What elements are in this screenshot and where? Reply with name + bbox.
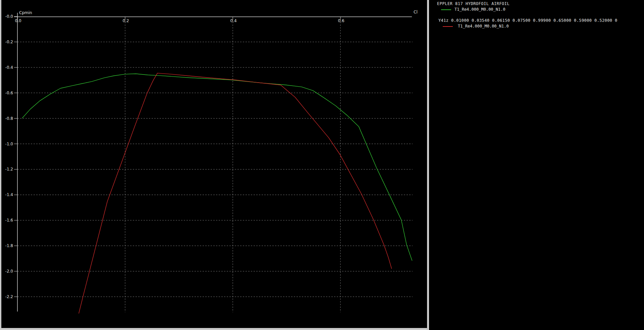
x-tick-label-0.0: 0.0 — [15, 18, 21, 23]
y-tick-label--0.6: -0.6 — [5, 91, 13, 95]
y-axis-title: Cpmin — [19, 10, 32, 15]
legend-panel: EPPLER 817 HYDROFOIL AIRFOIL T1_Re4.000_… — [429, 0, 644, 330]
red-series-swatch — [443, 26, 453, 27]
y-tick-label--0.2: -0.2 — [5, 40, 13, 44]
window-left-border — [0, 0, 1, 330]
app-window: 0.00.20.40.6-0.0-0.2-0.4-0.6-0.8-1.0-1.2… — [0, 0, 644, 330]
red-series-label[interactable]: T1_Re4.000_M0.00_N1.0 — [458, 24, 509, 29]
y-tick-label--1.2: -1.2 — [5, 167, 13, 172]
y-tick-label--1.8: -1.8 — [5, 243, 13, 248]
green-series-curve — [22, 74, 412, 261]
y-tick-label--1.6: -1.6 — [5, 218, 13, 223]
y-tick-label--2.2: -2.2 — [5, 294, 13, 299]
green-series-label[interactable]: T1_Re4.000_M0.00_N1.0 — [454, 7, 505, 12]
y-tick-label--1.0: -1.0 — [5, 142, 13, 146]
y-tick-label--1.4: -1.4 — [5, 192, 13, 197]
x-tick-label-0.2: 0.2 — [122, 18, 129, 23]
y-tick-label--0.8: -0.8 — [5, 116, 13, 121]
x-tick-label-0.6: 0.6 — [338, 18, 344, 23]
x-tick-label-0.4: 0.4 — [230, 18, 236, 23]
y-tick-label--2.0: -2.0 — [5, 269, 13, 274]
green-series-swatch — [441, 9, 451, 10]
y-tick-label--0.0: -0.0 — [5, 14, 13, 19]
window-bottom-border — [0, 328, 427, 330]
red-series-curve — [79, 73, 392, 313]
x-axis-title: Cl — [414, 10, 418, 14]
y41z-values-line: Y41z 0.01000 0.03540 0.06150 0.07500 0.9… — [438, 18, 618, 23]
airfoil-title: EPPLER 817 HYDROFOIL AIRFOIL — [437, 1, 509, 6]
cpmin-cl-plot-panel[interactable]: 0.00.20.40.6-0.0-0.2-0.4-0.6-0.8-1.0-1.2… — [0, 0, 427, 330]
cpmin-cl-chart[interactable]: 0.00.20.40.6-0.0-0.2-0.4-0.6-0.8-1.0-1.2… — [0, 0, 427, 330]
y-tick-label--0.4: -0.4 — [5, 65, 13, 70]
